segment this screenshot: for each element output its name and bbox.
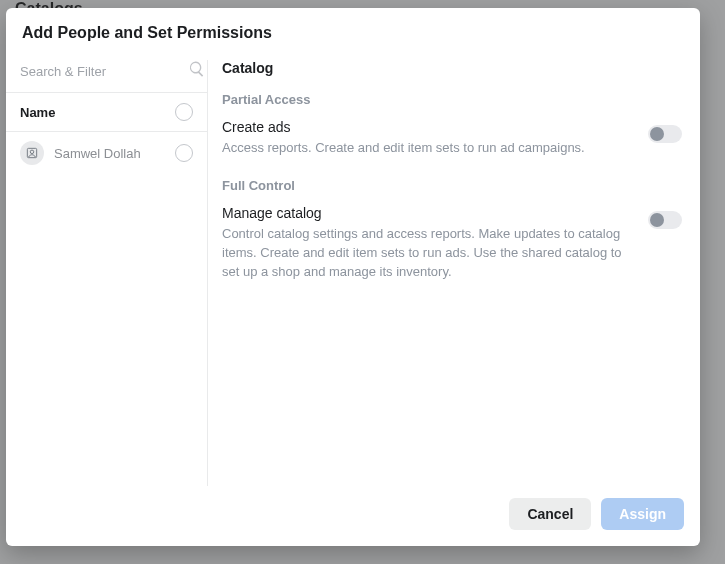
name-header-label: Name <box>20 105 55 120</box>
perm-title: Create ads <box>222 119 636 135</box>
person-name: Samwel Dollah <box>54 146 141 161</box>
group-label-full: Full Control <box>222 178 682 193</box>
perm-create-ads: Create ads Access reports. Create and ed… <box>222 119 682 158</box>
assign-button[interactable]: Assign <box>601 498 684 530</box>
person-row[interactable]: Samwel Dollah <box>6 132 207 174</box>
modal-body: Name Samwel Dollah Catalog Partial Acces… <box>6 48 700 486</box>
toggle-knob <box>650 213 664 227</box>
toggle-knob <box>650 127 664 141</box>
group-label-partial: Partial Access <box>222 92 682 107</box>
permissions-panel: Catalog Partial Access Create ads Access… <box>208 60 700 486</box>
modal-title: Add People and Set Permissions <box>6 8 700 48</box>
toggle-manage-catalog[interactable] <box>648 211 682 229</box>
select-all-radio[interactable] <box>175 103 193 121</box>
person-select-radio[interactable] <box>175 144 193 162</box>
search-wrap <box>6 60 207 93</box>
section-title: Catalog <box>222 60 682 76</box>
toggle-create-ads[interactable] <box>648 125 682 143</box>
modal-footer: Cancel Assign <box>6 486 700 546</box>
perm-text: Manage catalog Control catalog settings … <box>222 205 636 282</box>
perm-desc: Control catalog settings and access repo… <box>222 225 636 282</box>
search-input[interactable] <box>20 64 188 79</box>
add-people-modal: Add People and Set Permissions Name Samw… <box>6 8 700 546</box>
person-icon <box>25 146 39 160</box>
perm-desc: Access reports. Create and edit item set… <box>222 139 636 158</box>
avatar <box>20 141 44 165</box>
people-panel: Name Samwel Dollah <box>6 60 208 486</box>
search-icon[interactable] <box>188 60 206 82</box>
name-header[interactable]: Name <box>6 93 207 132</box>
perm-title: Manage catalog <box>222 205 636 221</box>
perm-manage-catalog: Manage catalog Control catalog settings … <box>222 205 682 282</box>
person-left: Samwel Dollah <box>20 141 141 165</box>
cancel-button[interactable]: Cancel <box>509 498 591 530</box>
svg-point-1 <box>30 150 34 154</box>
perm-text: Create ads Access reports. Create and ed… <box>222 119 636 158</box>
